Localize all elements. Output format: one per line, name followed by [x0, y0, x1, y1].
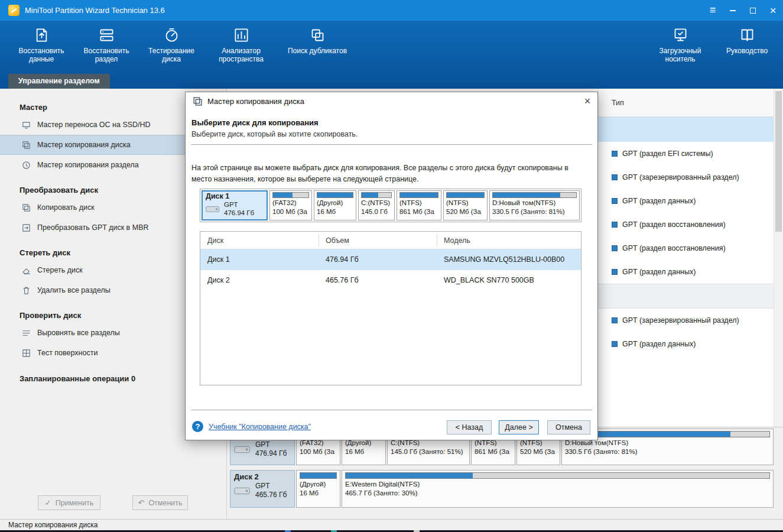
- partition-type: GPT (раздел данных): [622, 260, 696, 284]
- toolbar-label: Загрузочный носитель: [652, 47, 709, 63]
- sidebar-item-label: Выровнять все разделы: [37, 329, 120, 337]
- partition-icon: [612, 151, 618, 157]
- disk2-label[interactable]: Диск 2 GPT 465.76 Гб: [230, 470, 295, 508]
- copy-disk-icon: [22, 141, 31, 150]
- disk-drive-icon: [206, 204, 221, 214]
- column-header-size[interactable]: Объем: [319, 232, 437, 249]
- disk-type: GPT: [224, 200, 254, 209]
- toolbar-disk-benchmark[interactable]: Тестирование диска: [143, 21, 200, 74]
- separator: [191, 144, 592, 145]
- disk-copy-wizard-dialog: Мастер копирования диска × Выберите диск…: [185, 92, 598, 440]
- copy-disk-icon: [22, 203, 31, 212]
- partition-size: 861 Мб (За: [399, 207, 438, 216]
- partition-label: D:Новый том(NTFS): [492, 199, 577, 207]
- disk2-map[interactable]: Диск 2 GPT 465.76 Гб (Другой) 16 Мб E:We…: [230, 470, 774, 508]
- dialog-title: Мастер копирования диска: [207, 97, 304, 106]
- toolbar-label: Руководство: [726, 47, 768, 55]
- scrollbar-thumb[interactable]: [775, 91, 782, 232]
- column-header-model[interactable]: Модель: [437, 232, 581, 249]
- disk2-partition[interactable]: E:Western Digital(NTFS) 465.7 Гб (Занято…: [342, 470, 774, 508]
- partition-size: 465.7 Гб (Занято: 30%): [345, 489, 770, 498]
- disk-row-1[interactable]: Диск 1 476.94 Гб SAMSUNG MZVLQ512HBLU-00…: [200, 249, 581, 270]
- toolbar-label: Тестирование диска: [143, 47, 200, 63]
- dialog-close-button[interactable]: ×: [577, 92, 597, 110]
- partition-label: (FAT32): [272, 199, 309, 207]
- disk-name: Диск 1: [206, 192, 264, 200]
- strip-partition[interactable]: (Другой) 16 Мб: [314, 190, 356, 220]
- partition-icon: [612, 222, 618, 228]
- toolbar-left-group: Восстановить данные Восстановить раздел …: [13, 21, 352, 74]
- duplicate-finder-icon: [310, 27, 326, 43]
- disk-row-2[interactable]: Диск 2 465.76 Гб WD_BLACK SN770 500GB: [200, 270, 581, 291]
- sidebar-item-label: Удалить все разделы: [37, 286, 111, 294]
- toolbar-bootable-media[interactable]: Загрузочный носитель: [652, 21, 709, 74]
- partition-size: 100 Мб (За: [300, 447, 337, 456]
- menu-icon[interactable]: ≡: [703, 0, 723, 21]
- dialog-titlebar: Мастер копирования диска ×: [186, 92, 597, 110]
- toolbar-right-group: Загрузочный носитель Руководство: [652, 21, 772, 74]
- toolbar-duplicate-finder[interactable]: Поиск дубликатов: [282, 21, 352, 74]
- toolbar-label: Анализатор пространства: [208, 47, 274, 63]
- strip-disk-label[interactable]: Диск 1 GPT 476.94 Гб: [202, 190, 268, 220]
- surface-test-icon: [22, 349, 31, 358]
- disk-size: 476.94 Гб: [255, 449, 287, 458]
- tab-strip: Управление разделом: [0, 74, 783, 89]
- tab-partition-management[interactable]: Управление разделом: [8, 74, 110, 89]
- next-button[interactable]: Далее >: [499, 420, 539, 434]
- disk-name: Диск 2: [234, 472, 291, 481]
- disk-map-panel: Диск 1 GPT 476.94 Гб (FAT32) 100 Мб (За …: [227, 427, 783, 519]
- copy-disk-icon: [193, 96, 203, 106]
- disk-table-header: Диск Объем Модель: [200, 232, 581, 249]
- partition-icon: [612, 198, 618, 204]
- partition-size: 520 Мб (За: [446, 207, 485, 216]
- check-icon: ✓: [45, 498, 51, 507]
- scrollbar[interactable]: [774, 89, 783, 427]
- eraser-icon: [22, 266, 31, 275]
- column-header-disk[interactable]: Диск: [200, 232, 319, 249]
- separator: [191, 410, 592, 410]
- close-button[interactable]: ×: [763, 0, 783, 21]
- strip-partition[interactable]: (NTFS) 861 Мб (За: [397, 190, 441, 220]
- strip-partition[interactable]: (FAT32) 100 Мб (За: [269, 190, 312, 220]
- apply-button[interactable]: ✓ Применить: [38, 495, 100, 510]
- align-icon: [22, 329, 31, 338]
- sidebar-item-label: Тест поверхности: [37, 349, 98, 357]
- disk-benchmark-icon: [164, 27, 180, 43]
- cancel-button[interactable]: Отмена: [547, 420, 590, 434]
- disk2-partition[interactable]: (Другой) 16 Мб: [296, 470, 340, 508]
- toolbar-user-guide[interactable]: Руководство: [722, 21, 772, 74]
- recover-partition-icon: [99, 27, 115, 43]
- usage-bar: [345, 472, 770, 479]
- toolbar: Восстановить данные Восстановить раздел …: [0, 21, 783, 74]
- toolbar-label: Восстановить данные: [13, 47, 70, 63]
- type-column-header: Тип: [612, 89, 624, 117]
- convert-disk-icon: [22, 223, 31, 232]
- strip-partition[interactable]: (NTFS) 520 Мб (За: [443, 190, 488, 220]
- help-icon[interactable]: ?: [192, 421, 203, 432]
- partition-type: GPT (раздел восстановления): [622, 213, 726, 236]
- usage-bar: [446, 192, 485, 198]
- disk-table: Диск Объем Модель Диск 1 476.94 Гб SAMSU…: [200, 231, 581, 385]
- disk-type: GPT: [255, 482, 287, 491]
- cell-model: WD_BLACK SN770 500GB: [437, 270, 581, 291]
- partition-label: E:Western Digital(NTFS): [345, 480, 770, 489]
- cell-model: SAMSUNG MZVLQ512HBLU-00B00: [437, 249, 581, 270]
- tutorial-link[interactable]: Учебник "Копирование диска": [209, 423, 311, 431]
- toolbar-space-analyzer[interactable]: Анализатор пространства: [208, 21, 274, 74]
- usage-bar: [300, 472, 337, 479]
- column-separator: [319, 234, 319, 247]
- back-button[interactable]: < Назад: [447, 420, 492, 434]
- toolbar-recover-partition[interactable]: Восстановить раздел: [78, 21, 135, 74]
- toolbar-recover-data[interactable]: Восстановить данные: [13, 21, 70, 74]
- minimize-button[interactable]: [723, 0, 743, 21]
- undo-label: Отменить: [148, 499, 182, 507]
- strip-partition[interactable]: D:Новый том(NTFS) 330.5 Гб (Занято: 81%): [489, 190, 580, 220]
- partition-icon: [612, 317, 618, 323]
- strip-partition[interactable]: C:(NTFS) 145.0 Гб: [358, 190, 395, 220]
- undo-button[interactable]: ↶ Отменить: [132, 495, 188, 510]
- app-window: MiniTool Partition Wizard Technician 13.…: [0, 0, 783, 532]
- column-separator: [437, 234, 437, 247]
- maximize-button[interactable]: [743, 0, 763, 21]
- maximize-icon: [750, 8, 756, 14]
- partition-type: GPT (раздел данных): [622, 332, 696, 356]
